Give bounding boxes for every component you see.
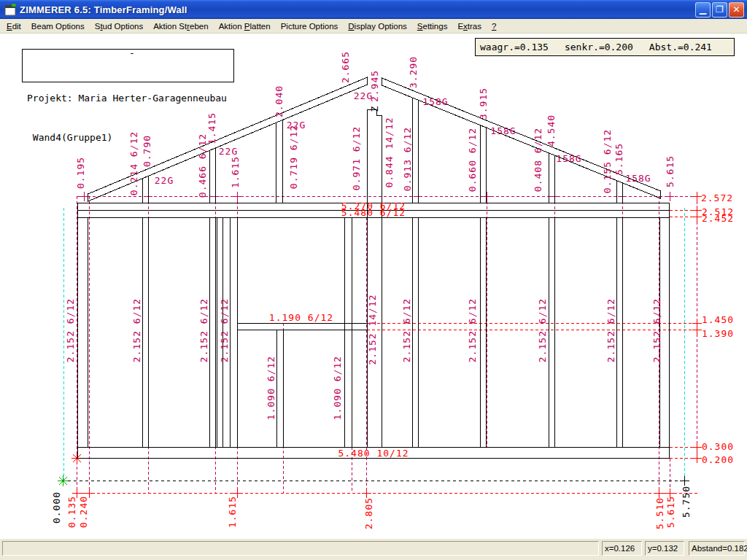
title-bar: ZIMMERER 6.5: TimberFraming/Wall ▁ ❐ ✕ (0, 0, 747, 19)
status-x-coordinate: x=0.126 (602, 541, 642, 556)
menu-item-edit[interactable]: Edit (1, 20, 26, 32)
dim-label: 1.190 6/12 (269, 312, 333, 323)
project-title: Projekt: Maria Herter-Garagenneubau (27, 92, 233, 105)
dim-label: 158G (422, 96, 448, 107)
dim-label: 5.165 (614, 143, 624, 175)
menu-item-help[interactable]: ? (487, 20, 501, 32)
menu-item-settings[interactable]: Settings (412, 20, 453, 32)
dim-label: 1.450 (702, 314, 734, 325)
menu-bar: Edit Beam Options Stud Options Aktion St… (0, 19, 747, 34)
dim-label: 5.510 (654, 497, 665, 529)
dim-label: 2.152 6/12 (651, 298, 662, 362)
dim-label: 5.480 6/12 (341, 207, 406, 218)
minimize-button[interactable]: ▁ (695, 2, 711, 18)
dim-label: 3.915 (478, 88, 489, 120)
window-title: ZIMMERER 6.5: TimberFraming/Wall (20, 4, 187, 15)
dim-label: 2.152 6/12 (537, 298, 548, 362)
dim-label: 2.665 (340, 51, 351, 83)
close-button[interactable]: ✕ (729, 2, 744, 18)
menu-item-extras[interactable]: Extras (452, 20, 487, 32)
measurement-info-box: waagr.=0.135 senkr.=0.200 Abst.=0.241 (475, 38, 735, 56)
app-icon (4, 4, 17, 16)
waagr-value: waagr.=0.135 (480, 42, 549, 52)
dim-label: 2.945 (369, 70, 380, 102)
origin-marker-green (58, 475, 68, 486)
dim-label: 2.040 (274, 85, 285, 117)
base-tick (680, 476, 689, 486)
dim-label: 5.615 (665, 496, 676, 528)
dim-label: 1.090 6/12 (332, 356, 343, 420)
dim-label: 0.913 6/12 (402, 127, 413, 191)
dim-label: 2.152 14/12 (367, 294, 378, 365)
dim-label: 0.719 6/12 (288, 125, 299, 189)
menu-item-display-options[interactable]: Display Options (343, 20, 412, 32)
dim-label: 0.155 6/12 (602, 129, 613, 193)
dim-label: 0.240 (78, 496, 89, 528)
dim-label: 2.152 6/12 (401, 298, 412, 362)
dim-label: 5.480 10/12 (338, 448, 409, 459)
dim-label: 0.000 (51, 491, 62, 524)
dim-label: 0.135 (66, 496, 77, 528)
dim-label: Z (369, 106, 380, 112)
status-y-coordinate: y=0.132 (645, 541, 684, 556)
project-info-box: - Projekt: Maria Herter-Garagenneubau Wa… (22, 49, 234, 82)
dim-label: 2.572 (701, 192, 733, 203)
dim-label: 2.805 (363, 497, 374, 529)
dim-label: 4.540 (546, 114, 557, 147)
senkr-value: senkr.=0.200 (565, 42, 633, 52)
status-abstand: Abstand=0.182 (689, 541, 745, 556)
umlaut-artifact: - (129, 47, 135, 60)
menu-item-beam-options[interactable]: Beam Options (26, 20, 90, 32)
window-jack-studs (277, 330, 284, 447)
dim-label: 2.152 6/12 (65, 298, 76, 362)
dim-label: 0.971 6/12 (351, 126, 362, 190)
status-bar: x=0.126 y=0.132 Abstand=0.182 (0, 539, 747, 557)
dim-label: 5.750 (681, 486, 692, 518)
dim-label: 158G (625, 173, 651, 184)
dim-label: 1.615 (227, 496, 238, 528)
dim-label: 2.452 (702, 213, 734, 224)
dim-label: 0.408 6/12 (533, 128, 543, 192)
center-stud (368, 109, 382, 447)
dim-label: 3.290 (408, 56, 419, 88)
dim-label: 2.152 6/12 (605, 298, 616, 362)
menu-item-aktion-platten[interactable]: Aktion Platten (214, 20, 276, 32)
dim-label: 0.660 6/12 (467, 128, 478, 192)
dim-label: 22G (155, 175, 174, 186)
dim-label: 158G (556, 153, 581, 164)
window-header (237, 324, 367, 330)
restore-button[interactable]: ❐ (712, 2, 727, 18)
dim-label: 1.090 6/12 (266, 356, 276, 420)
dim-label: 5.615 (665, 155, 676, 187)
menu-item-aktion-streben[interactable]: Aktion Streben (148, 20, 213, 32)
dim-label: 1.390 (702, 328, 734, 339)
dim-label: 158G (490, 125, 516, 136)
drawing-canvas[interactable]: 0.1950.214 6/120.79022G1.4150.466 6/1222… (0, 34, 747, 539)
dim-label: 2.152 6/12 (467, 298, 478, 362)
menu-item-stud-options[interactable]: Stud Options (90, 20, 149, 32)
abst-value: Abst.=0.241 (649, 42, 712, 52)
project-wall-group: Wand4(Gruppe1) (27, 131, 233, 144)
dim-label: 0.300 (702, 441, 734, 452)
dim-label: 2.152 6/12 (198, 298, 209, 362)
right-dimension-lines (367, 211, 700, 459)
dim-label: 2.152 6/12 (219, 298, 230, 362)
dim-label: 0.200 (702, 454, 734, 465)
status-message-panel (2, 541, 599, 556)
dim-label: 2.152 6/12 (131, 298, 142, 362)
dim-label: 0.844 14/12 (384, 117, 395, 187)
menu-item-picture-options[interactable]: Picture Options (276, 20, 344, 32)
